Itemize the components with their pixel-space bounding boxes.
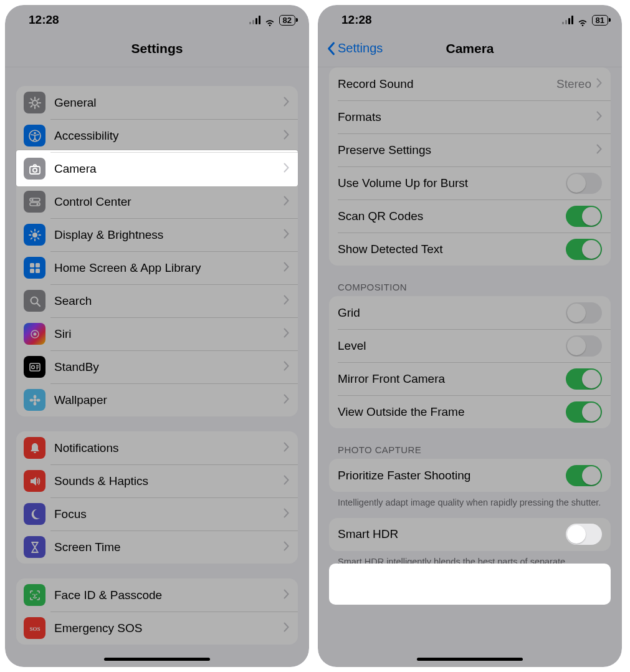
back-button[interactable]: Settings (327, 41, 383, 55)
composition-header: COMPOSITION (338, 282, 608, 292)
row-label: Focus (54, 507, 284, 521)
settings-row-search[interactable]: Search (16, 284, 298, 317)
standby-icon (24, 356, 45, 378)
camera-row-view-outside[interactable]: View Outside the Frame (329, 395, 611, 428)
row-label: Face ID & Passcode (54, 588, 284, 602)
page-title: Camera (446, 41, 494, 56)
settings-row-wallpaper[interactable]: Wallpaper (16, 383, 298, 416)
row-label: Level (338, 339, 566, 353)
faster-toggle[interactable] (566, 465, 602, 486)
camera-group-photo-a: Prioritize Faster Shooting (329, 459, 611, 492)
settings-row-control-center[interactable]: Control Center (16, 185, 298, 218)
svg-rect-12 (30, 269, 34, 273)
navbar: Settings Camera (318, 30, 622, 67)
svg-line-15 (37, 303, 40, 306)
smart-hdr-toggle[interactable] (566, 524, 602, 545)
settings-row-focus[interactable]: Focus (16, 497, 298, 530)
camera-row-qr[interactable]: Scan QR Codes (329, 199, 611, 233)
row-label: Smart HDR (338, 527, 566, 541)
svg-point-25 (33, 401, 36, 405)
battery-level: 82 (279, 15, 295, 26)
page-title: Settings (131, 41, 183, 56)
wifi-icon (264, 16, 275, 24)
svg-point-27 (36, 398, 40, 401)
camera-row-detected-text[interactable]: Show Detected Text (329, 233, 611, 266)
settings-row-display[interactable]: Display & Brightness (16, 218, 298, 251)
chevron-right-icon (284, 622, 289, 635)
settings-row-camera[interactable]: Camera (16, 152, 298, 185)
row-label: Mirror Front Camera (338, 372, 566, 386)
row-label: Siri (54, 327, 284, 341)
bell-icon (24, 437, 45, 459)
chevron-right-icon (284, 475, 289, 487)
settings-row-home-screen[interactable]: Home Screen & App Library (16, 251, 298, 284)
chevron-right-icon (284, 295, 289, 307)
svg-point-26 (29, 398, 33, 401)
home-indicator (104, 658, 210, 661)
row-label: View Outside the Frame (338, 405, 566, 419)
svg-point-2 (34, 132, 36, 134)
camera-row-formats[interactable]: Formats (329, 100, 611, 133)
svg-point-23 (33, 398, 36, 401)
chevron-right-icon (284, 196, 289, 208)
settings-row-notifications[interactable]: Notifications (16, 431, 298, 464)
camera-row-grid[interactable]: Grid (329, 296, 611, 329)
navbar: Settings (5, 30, 309, 67)
chevron-right-icon (596, 111, 602, 123)
mirror-toggle[interactable] (566, 368, 602, 390)
svg-point-29 (36, 593, 37, 595)
back-label: Settings (338, 41, 383, 55)
settings-row-sos[interactable]: SOSEmergency SOS (16, 612, 298, 645)
photo-capture-header: PHOTO CAPTURE (338, 444, 608, 455)
camera-group-photo-b: Smart HDR (329, 518, 611, 551)
row-label: Use Volume Up for Burst (338, 176, 566, 190)
chevron-right-icon (284, 130, 289, 142)
gear-icon (24, 92, 45, 113)
faster-shooting-footer: Intelligently adapt image quality when r… (338, 497, 602, 509)
row-label: Control Center (54, 195, 284, 209)
row-label: Sounds & Haptics (54, 474, 284, 488)
status-bar: 12:28 81 (318, 5, 622, 30)
camera-row-mirror[interactable]: Mirror Front Camera (329, 362, 611, 395)
settings-group-3: Face ID & PasscodeSOSEmergency SOS (16, 578, 298, 645)
settings-row-faceid[interactable]: Face ID & Passcode (16, 578, 298, 612)
settings-row-standby[interactable]: StandBy (16, 350, 298, 383)
row-label: Notifications (54, 441, 284, 455)
row-label: StandBy (54, 360, 284, 374)
camera-row-preserve[interactable]: Preserve Settings (329, 133, 611, 166)
flower-icon (24, 389, 45, 411)
view-outside-toggle[interactable] (566, 401, 602, 423)
settings-row-screen-time[interactable]: Screen Time (16, 530, 298, 564)
qr-toggle[interactable] (566, 206, 602, 227)
settings-row-general[interactable]: General (16, 86, 298, 119)
svg-point-6 (31, 198, 33, 200)
chevron-right-icon (284, 589, 289, 602)
detected-text-toggle[interactable] (566, 239, 602, 260)
level-toggle[interactable] (566, 335, 602, 357)
svg-rect-10 (30, 263, 34, 267)
camera-icon (24, 158, 45, 180)
camera-row-burst[interactable]: Use Volume Up for Burst (329, 166, 611, 199)
svg-point-9 (32, 233, 37, 238)
row-label: Scan QR Codes (338, 209, 566, 223)
row-label: Show Detected Text (338, 242, 566, 256)
moon-icon (24, 503, 45, 525)
burst-toggle[interactable] (566, 173, 602, 194)
chevron-right-icon (284, 229, 289, 241)
row-label: Emergency SOS (54, 622, 284, 635)
grid-toggle[interactable] (566, 302, 602, 324)
settings-row-siri[interactable]: Siri (16, 317, 298, 350)
camera-row-level[interactable]: Level (329, 329, 611, 362)
speaker-icon (24, 470, 45, 492)
settings-row-sounds[interactable]: Sounds & Haptics (16, 464, 298, 497)
svg-rect-11 (36, 263, 40, 267)
camera-row-faster[interactable]: Prioritize Faster Shooting (329, 459, 611, 492)
svg-rect-3 (30, 166, 40, 174)
camera-row-smart-hdr[interactable]: Smart HDR (329, 518, 611, 551)
camera-row-record-sound[interactable]: Record SoundStereo (329, 67, 611, 100)
row-label: Accessibility (54, 129, 284, 143)
settings-row-accessibility[interactable]: Accessibility (16, 119, 298, 152)
svg-point-28 (32, 593, 34, 595)
chevron-right-icon (284, 442, 289, 454)
row-value: Stereo (556, 77, 591, 91)
